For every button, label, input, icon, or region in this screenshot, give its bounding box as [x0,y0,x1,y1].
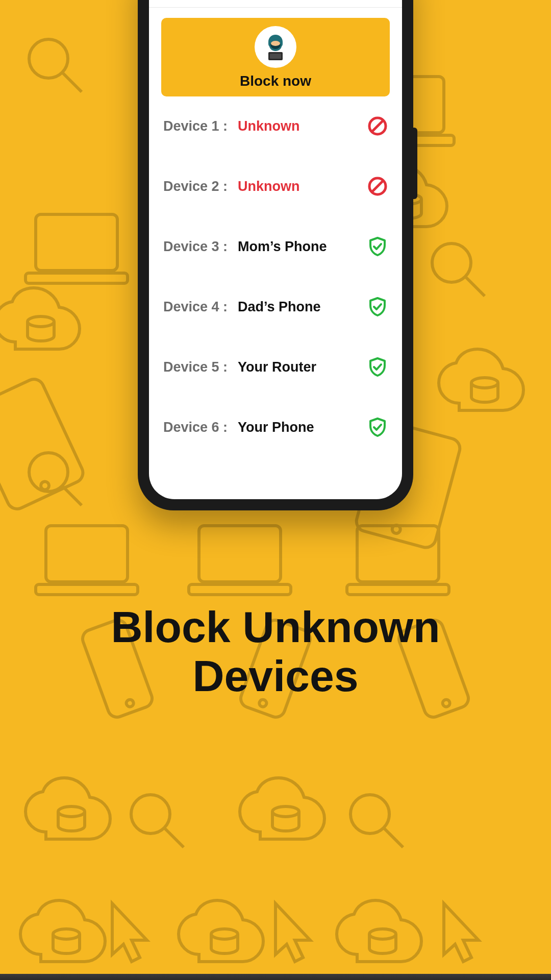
svg-point-25 [53,929,80,939]
svg-rect-41 [270,54,281,59]
caption: Block Unknown Devices [0,602,551,701]
device-name: Your Phone [238,420,367,435]
svg-line-19 [384,828,403,847]
svg-point-29 [39,480,50,491]
svg-line-15 [62,486,82,505]
device-row[interactable]: Device 5 :Your Router [163,357,388,377]
svg-line-11 [62,72,82,92]
svg-point-22 [471,378,498,388]
device-row[interactable]: Device 4 :Dad’s Phone [163,297,388,317]
caption-line-1: Block Unknown [20,602,531,651]
svg-rect-0 [36,214,117,271]
ban-icon[interactable] [367,116,388,136]
svg-rect-1 [26,273,128,283]
svg-point-10 [29,39,68,78]
svg-point-16 [131,795,170,834]
block-now-label: Block now [240,73,311,89]
svg-rect-6 [199,526,281,582]
svg-point-18 [350,795,389,834]
svg-point-39 [271,41,280,46]
device-row[interactable]: Device 2 :Unknown [163,176,388,197]
shield-check-icon[interactable] [367,236,388,257]
device-index-label: Device 3 : [163,239,238,255]
device-row[interactable]: Device 3 :Mom’s Phone [163,236,388,257]
device-name: Dad’s Phone [238,299,367,315]
svg-rect-5 [36,584,138,595]
phone-mockup: Block Devices Block now Device 1 :Unknow… [138,0,413,510]
ban-icon[interactable] [367,176,388,197]
shield-check-icon[interactable] [367,417,388,437]
svg-point-31 [391,524,402,534]
svg-rect-28 [0,376,86,512]
device-index-label: Device 5 : [163,359,238,375]
svg-point-24 [272,806,299,817]
shield-check-icon[interactable] [367,357,388,377]
app-header: Block Devices [149,0,402,8]
device-index-label: Device 4 : [163,299,238,315]
device-name: Unknown [238,118,367,134]
svg-point-21 [28,316,54,327]
svg-line-43 [372,120,383,132]
svg-rect-4 [46,526,128,582]
device-index-label: Device 1 : [163,118,238,134]
svg-line-13 [465,277,485,296]
block-now-button[interactable]: Block now [161,18,390,96]
svg-line-45 [372,181,383,192]
svg-point-27 [369,929,396,939]
phone-screen: Block Devices Block now Device 1 :Unknow… [149,0,402,499]
caption-line-2: Devices [20,651,531,700]
svg-line-17 [164,828,184,847]
device-name: Mom’s Phone [238,239,367,255]
svg-point-23 [58,806,85,817]
svg-point-12 [432,243,471,282]
device-index-label: Device 2 : [163,179,238,194]
device-row[interactable]: Device 1 :Unknown [163,116,388,136]
svg-rect-8 [357,526,439,582]
device-index-label: Device 6 : [163,420,238,435]
device-name: Your Router [238,359,367,375]
android-nav-bar [0,974,551,980]
svg-rect-7 [189,584,291,595]
svg-point-26 [211,929,238,939]
svg-rect-9 [347,584,449,595]
device-list: Device 1 :UnknownDevice 2 :UnknownDevice… [149,111,402,443]
svg-point-14 [29,453,68,492]
device-name: Unknown [238,179,367,194]
shield-check-icon[interactable] [367,297,388,317]
hacker-avatar-icon [255,26,296,68]
device-row[interactable]: Device 6 :Your Phone [163,417,388,437]
